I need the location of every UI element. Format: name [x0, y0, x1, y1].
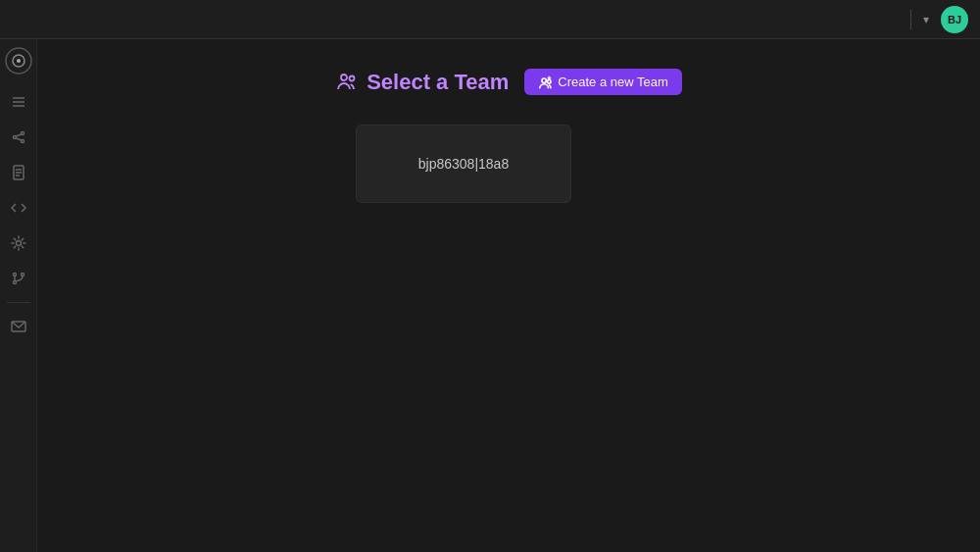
svg-point-17 — [13, 281, 16, 284]
svg-point-7 — [13, 136, 16, 139]
svg-point-21 — [341, 75, 347, 80]
topbar-divider — [910, 10, 911, 29]
avatar[interactable]: BJ — [941, 6, 968, 33]
page-header: Select a Team Create a new Team — [335, 69, 682, 95]
topbar: ▾ BJ — [0, 0, 980, 39]
main-layout: Select a Team Create a new Team bjp86308… — [0, 39, 980, 552]
create-team-button[interactable]: Create a new Team — [524, 69, 682, 95]
svg-point-24 — [548, 79, 552, 83]
svg-line-9 — [16, 134, 21, 136]
svg-point-23 — [542, 78, 546, 82]
sidebar-item-list[interactable] — [3, 86, 34, 118]
app-logo[interactable] — [5, 47, 32, 75]
sidebar-item-mail[interactable] — [3, 311, 34, 342]
svg-point-8 — [21, 140, 24, 143]
page-title: Select a Team — [335, 70, 509, 95]
sidebar-item-settings[interactable] — [3, 227, 34, 259]
team-card[interactable]: bjp86308|18a8 — [356, 125, 571, 203]
sidebar-item-pullrequest[interactable] — [3, 263, 34, 294]
svg-point-18 — [21, 274, 24, 276]
svg-point-6 — [21, 132, 24, 135]
add-team-icon — [538, 75, 552, 89]
svg-point-15 — [16, 241, 21, 246]
teams-grid: bjp86308|18a8 — [57, 125, 960, 203]
svg-line-10 — [16, 138, 21, 140]
svg-point-22 — [350, 75, 355, 80]
page-title-text: Select a Team — [367, 70, 509, 95]
svg-point-16 — [13, 274, 16, 276]
sidebar-item-code[interactable] — [3, 192, 34, 224]
chevron-down-icon[interactable]: ▾ — [919, 9, 933, 30]
sidebar-divider — [7, 302, 30, 303]
create-team-label: Create a new Team — [558, 75, 668, 89]
sidebar-item-share[interactable] — [3, 122, 34, 153]
sidebar — [0, 39, 37, 552]
teams-icon — [335, 71, 359, 94]
svg-point-2 — [17, 59, 21, 63]
sidebar-item-document[interactable] — [3, 157, 34, 188]
team-name: bjp86308|18a8 — [418, 156, 509, 172]
content-area: Select a Team Create a new Team bjp86308… — [37, 39, 980, 552]
